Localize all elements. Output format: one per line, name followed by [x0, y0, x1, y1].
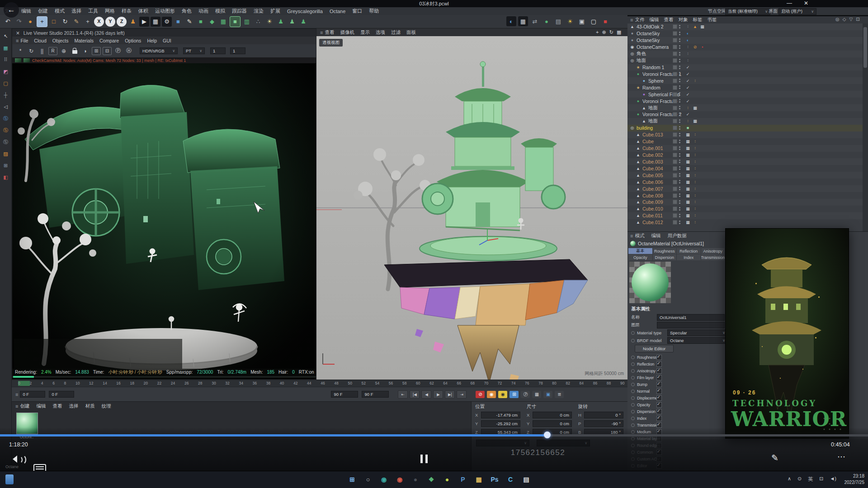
dock-icon[interactable]: Ⓢ	[2, 114, 10, 122]
menu-item[interactable]: 创建	[20, 403, 29, 409]
menu-icon[interactable]: ≡	[320, 30, 323, 35]
attribute-tab[interactable]: Reflection	[677, 248, 701, 254]
channel-checkbox[interactable]	[656, 395, 662, 401]
toolbar-icon[interactable]: ●	[25, 17, 35, 27]
coordinate-value-field[interactable]: -90 °	[584, 420, 623, 427]
layer-chip[interactable]	[673, 206, 677, 211]
toolbar-icon[interactable]: ♟	[298, 17, 308, 27]
menu-icon[interactable]: ≡	[630, 17, 633, 23]
menu-item[interactable]: 编辑	[649, 17, 659, 23]
object-tag-icon[interactable]: ∶	[693, 139, 698, 144]
menu-item[interactable]: 查看	[52, 403, 62, 409]
dock-icon[interactable]: ◁	[2, 103, 10, 111]
visibility-dots[interactable]	[679, 126, 680, 127]
object-tag-icon[interactable]: ∶	[685, 52, 690, 56]
samples-field-2[interactable]: 1	[230, 47, 245, 54]
object-tag-icon[interactable]: ∶	[685, 24, 690, 29]
channel-checkbox[interactable]	[656, 382, 662, 387]
object-tag-icon[interactable]: ∶	[685, 119, 690, 123]
taskbar-app-icon[interactable]: Ps	[489, 474, 500, 485]
display-icon[interactable]: ⊡	[819, 476, 823, 483]
anim-dot[interactable]	[631, 362, 635, 366]
node-editor-button[interactable]: Node Editor	[635, 345, 674, 352]
toolbar-icon[interactable]: ■	[173, 17, 183, 27]
toolbar-icon[interactable]: ◆	[207, 17, 217, 27]
visibility-dots[interactable]	[679, 180, 680, 181]
object-row[interactable]: ▲ Cube.006 ▦∶	[627, 178, 868, 185]
attribute-tab[interactable]: Opacity	[628, 254, 653, 260]
minimize-button[interactable]: —	[787, 0, 792, 6]
scrollbar[interactable]	[863, 23, 868, 231]
toolbar-icon[interactable]: ♟	[287, 17, 297, 27]
object-row[interactable]: ★ Random 1 ✓	[627, 64, 868, 71]
visibility-dots[interactable]	[679, 214, 680, 215]
layer-chip[interactable]	[673, 180, 677, 184]
keying-icon[interactable]: Ⓟ	[521, 391, 530, 398]
toolbar-icon[interactable]: ▦	[518, 16, 528, 26]
object-tag-icon[interactable]: ∶	[693, 132, 698, 137]
toolbar-icon[interactable]: ↷	[14, 17, 24, 27]
menu-item[interactable]: 模式	[635, 233, 644, 239]
menu-icon[interactable]: ≡	[15, 392, 18, 397]
layer-chip[interactable]	[673, 213, 677, 218]
object-row[interactable]: ▲ Cube.008 ▦∶	[627, 192, 868, 199]
layer-chip[interactable]	[673, 160, 677, 164]
layer-chip[interactable]	[673, 38, 677, 42]
taskbar-app-icon[interactable]: ●	[410, 474, 421, 485]
close-button[interactable]: ✕	[804, 0, 808, 6]
anim-dot[interactable]	[631, 410, 635, 413]
toolbar-icon[interactable]: ■	[600, 16, 610, 26]
channel-checkbox[interactable]	[656, 361, 662, 367]
visibility-dots[interactable]	[679, 133, 680, 134]
object-row[interactable]: ● OctaneSky ◐	[627, 30, 868, 37]
coordinate-value-field[interactable]: -25.292 cm	[481, 420, 520, 427]
transport-button[interactable]: ▶|	[445, 390, 455, 399]
object-tag-icon[interactable]: ▦	[685, 213, 690, 218]
menu-item[interactable]: 对象	[678, 17, 688, 23]
menu-item[interactable]: Greyscalegorilla	[287, 9, 323, 14]
object-tag-icon[interactable]: ▦	[685, 187, 690, 191]
attribute-tab[interactable]: Roughness	[653, 248, 677, 254]
visibility-dots[interactable]	[679, 187, 680, 188]
material-preview[interactable]	[629, 262, 671, 303]
toolbar-icon[interactable]: ✎	[184, 17, 194, 27]
attribute-tab[interactable]: 基本	[628, 248, 653, 254]
keying-icon[interactable]: ⊞	[509, 391, 519, 398]
menu-item[interactable]: 编辑	[21, 8, 31, 14]
pane-icon[interactable]: ⊕	[602, 29, 606, 35]
object-tag-icon[interactable]: ∶	[685, 58, 690, 63]
dock-icon[interactable]: ⠿	[2, 56, 10, 64]
keying-icon[interactable]: ◉	[498, 391, 507, 398]
channel-checkbox[interactable]	[656, 402, 662, 408]
menu-item[interactable]: 选择	[69, 403, 78, 409]
anim-dot[interactable]	[631, 396, 635, 400]
live-viewer-tool-icon[interactable]: ||	[38, 47, 47, 56]
menu-item[interactable]: 帮助	[369, 8, 379, 14]
object-row[interactable]: ▲ Cube.007 ▦∶	[627, 185, 868, 192]
kernel-select[interactable]: PT ∨	[183, 47, 205, 54]
keying-icon[interactable]: ◉	[487, 391, 496, 398]
visibility-dots[interactable]	[679, 85, 680, 87]
layer-chip[interactable]	[673, 220, 677, 225]
visibility-dots[interactable]	[679, 207, 680, 208]
toolbar-icon[interactable]: Y	[105, 17, 115, 27]
annotate-button[interactable]: ✎	[771, 453, 778, 463]
taskbar-app-icon[interactable]: ○	[362, 474, 374, 485]
scrollbar-thumb[interactable]	[863, 27, 867, 68]
live-viewer-tool-icon[interactable]: Ⓗ	[124, 47, 133, 56]
toolbar-icon[interactable]: ↻	[60, 17, 70, 27]
object-row[interactable]: ● Sphere ✓∶	[627, 77, 868, 84]
current-frame-field[interactable]: 90 F	[331, 391, 358, 398]
taskbar-app-icon[interactable]: ●	[441, 474, 453, 485]
layer-chip[interactable]	[673, 24, 677, 29]
object-tag-icon[interactable]: ∶	[693, 193, 698, 198]
menu-item[interactable]: Objects	[52, 38, 69, 43]
live-viewer-tool-icon[interactable]: ⊞	[92, 47, 101, 55]
layer-chip[interactable]	[673, 132, 677, 137]
layer-chip[interactable]	[673, 45, 677, 49]
menu-item[interactable]: File	[20, 38, 28, 43]
transport-button[interactable]: ◀	[421, 390, 431, 399]
interface-select[interactable]: 启动 (用户) ∨	[778, 8, 816, 15]
keying-icon[interactable]: ▦	[532, 391, 541, 398]
visibility-dots[interactable]	[679, 113, 680, 114]
